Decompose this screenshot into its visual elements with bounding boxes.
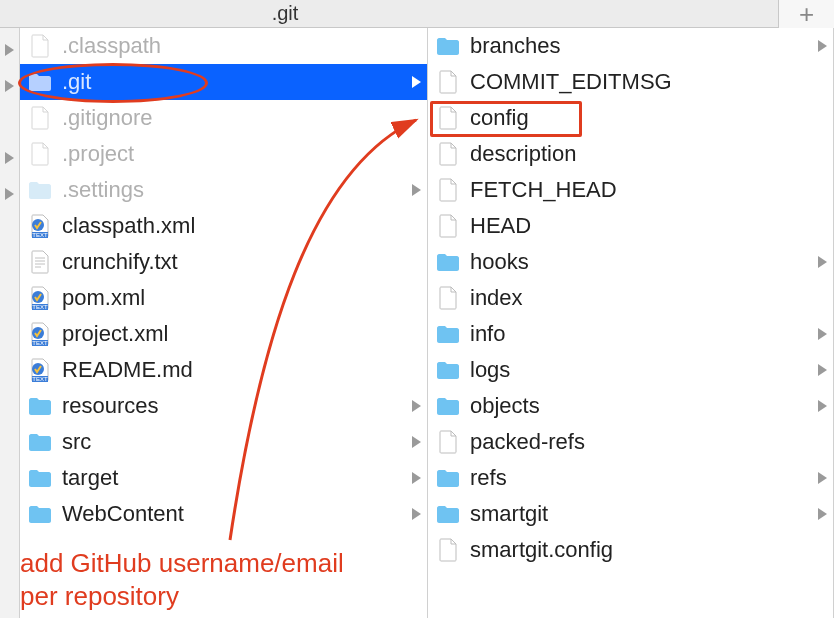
file-row-objects[interactable]: objects: [428, 388, 833, 424]
disclosure-triangle: [0, 428, 19, 464]
file-row-src[interactable]: src: [20, 424, 427, 460]
file-label: crunchify.txt: [54, 249, 178, 275]
expand-arrow-icon: [412, 172, 421, 208]
file-row-head[interactable]: HEAD: [428, 208, 833, 244]
file-icon: [434, 176, 462, 204]
file-label: COMMIT_EDITMSG: [462, 69, 672, 95]
file-row-crunchify-txt[interactable]: crunchify.txt: [20, 244, 427, 280]
disclosure-triangle: [0, 464, 19, 500]
svg-text:TEXT: TEXT: [32, 376, 48, 382]
expand-arrow-icon: [818, 352, 827, 388]
svg-text:TEXT: TEXT: [32, 304, 48, 310]
file-row--project[interactable]: .project: [20, 136, 427, 172]
file-row-branches[interactable]: branches: [428, 28, 833, 64]
folder-icon: [26, 428, 54, 456]
file-row--settings[interactable]: .settings: [20, 172, 427, 208]
finder-window: .git + .classpath.git.gitignore.project.…: [0, 0, 834, 618]
file-row-info[interactable]: info: [428, 316, 833, 352]
file-row-smartgit-config[interactable]: smartgit.config: [428, 532, 833, 568]
file-label: src: [54, 429, 91, 455]
disclosure-triangle: [0, 356, 19, 392]
expand-arrow-icon: [412, 424, 421, 460]
folder-icon: [26, 392, 54, 420]
file-row-smartgit[interactable]: smartgit: [428, 496, 833, 532]
disclosure-triangle: [0, 500, 19, 536]
disclosure-triangle[interactable]: [0, 32, 19, 68]
expand-arrow-icon: [412, 460, 421, 496]
window-title: .git: [0, 2, 570, 25]
disclosure-triangle[interactable]: [0, 68, 19, 104]
annotation-box: [430, 101, 582, 137]
expand-arrow-icon: [818, 496, 827, 532]
file-label: objects: [462, 393, 540, 419]
file-row--gitignore[interactable]: .gitignore: [20, 100, 427, 136]
expand-arrow-icon: [818, 28, 827, 64]
file-row-commit-editmsg[interactable]: COMMIT_EDITMSG: [428, 64, 833, 100]
file-row--git[interactable]: .git: [20, 64, 427, 100]
folder-icon: [434, 356, 462, 384]
file-label: project.xml: [54, 321, 168, 347]
file-label: pom.xml: [54, 285, 145, 311]
xml-icon: TEXT: [26, 356, 54, 384]
file-row-hooks[interactable]: hooks: [428, 244, 833, 280]
file-icon: [434, 68, 462, 96]
file-label: README.md: [54, 357, 193, 383]
file-row-pom-xml[interactable]: TEXT pom.xml: [20, 280, 427, 316]
file-row-project-xml[interactable]: TEXT project.xml: [20, 316, 427, 352]
file-label: description: [462, 141, 576, 167]
expand-arrow-icon: [818, 316, 827, 352]
file-row-target[interactable]: target: [20, 460, 427, 496]
file-icon: [434, 536, 462, 564]
xml-icon: TEXT: [26, 320, 54, 348]
file-icon: [434, 284, 462, 312]
file-row-refs[interactable]: refs: [428, 460, 833, 496]
file-row-resources[interactable]: resources: [20, 388, 427, 424]
file-label: refs: [462, 465, 507, 491]
disclosure-triangle[interactable]: [0, 140, 19, 176]
expand-arrow-icon: [412, 496, 421, 532]
folder-icon: [26, 464, 54, 492]
file-label: target: [54, 465, 118, 491]
file-label: branches: [462, 33, 561, 59]
file-row-description[interactable]: description: [428, 136, 833, 172]
file-label: .git: [54, 69, 91, 95]
disclosure-triangle: [0, 248, 19, 284]
left-column[interactable]: .classpath.git.gitignore.project.setting…: [20, 28, 428, 618]
folder-icon: [434, 500, 462, 528]
disclosure-triangle: [0, 392, 19, 428]
file-label: info: [462, 321, 505, 347]
folder-icon: [434, 32, 462, 60]
folder-icon: [434, 320, 462, 348]
disclosure-triangle: [0, 104, 19, 140]
file-row-readme-md[interactable]: TEXT README.md: [20, 352, 427, 388]
file-label: packed-refs: [462, 429, 585, 455]
file-row-index[interactable]: index: [428, 280, 833, 316]
annotation-line1: add GitHub username/email: [20, 547, 344, 580]
file-label: hooks: [462, 249, 529, 275]
file-label: smartgit: [462, 501, 548, 527]
file-row-webcontent[interactable]: WebContent: [20, 496, 427, 532]
expand-arrow-icon: [412, 388, 421, 424]
folder-icon: [434, 464, 462, 492]
file-label: index: [462, 285, 523, 311]
add-tab-button[interactable]: +: [778, 0, 834, 28]
file-row-packed-refs[interactable]: packed-refs: [428, 424, 833, 460]
file-label: .classpath: [54, 33, 161, 59]
xml-icon: TEXT: [26, 212, 54, 240]
file-row--classpath[interactable]: .classpath: [20, 28, 427, 64]
txt-icon: [26, 248, 54, 276]
file-icon: [434, 428, 462, 456]
xml-icon: TEXT: [26, 284, 54, 312]
file-label: WebContent: [54, 501, 184, 527]
expand-arrow-icon: [818, 460, 827, 496]
file-label: .gitignore: [54, 105, 153, 131]
file-row-fetch-head[interactable]: FETCH_HEAD: [428, 172, 833, 208]
disclosure-triangle[interactable]: [0, 176, 19, 212]
file-row-logs[interactable]: logs: [428, 352, 833, 388]
expand-arrow-icon: [818, 244, 827, 280]
titlebar: .git +: [0, 0, 834, 28]
file-row-classpath-xml[interactable]: TEXT classpath.xml: [20, 208, 427, 244]
folder-icon: [434, 392, 462, 420]
folder-icon: [26, 500, 54, 528]
folder-icon: [26, 68, 54, 96]
